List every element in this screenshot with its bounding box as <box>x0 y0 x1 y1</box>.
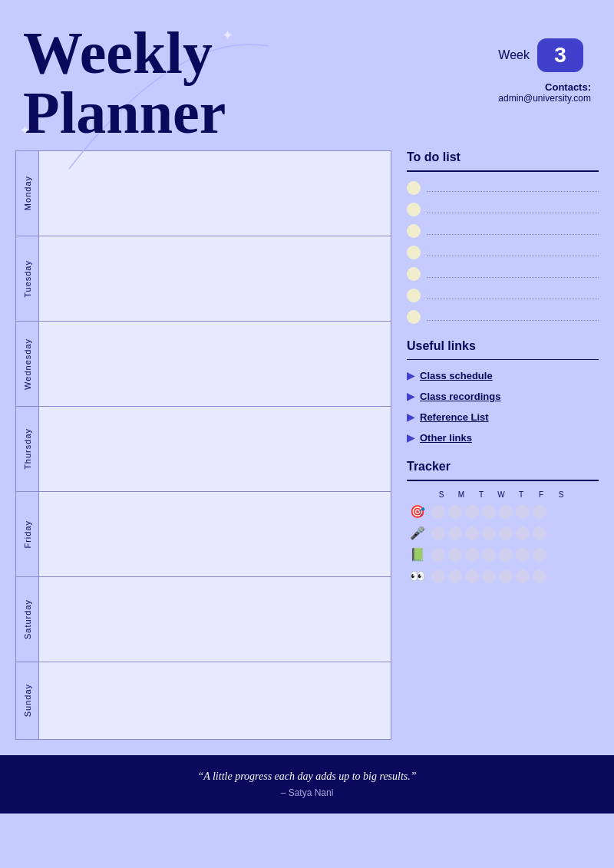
list-item <box>407 289 599 302</box>
footer: “A little progress each day adds up to b… <box>0 755 614 814</box>
todo-circle-7[interactable] <box>407 310 421 324</box>
tracker-day-s2: S <box>553 490 569 499</box>
tracker-dot[interactable] <box>431 505 445 519</box>
todo-line-1[interactable] <box>427 184 599 192</box>
tracker-dot[interactable] <box>516 526 530 540</box>
list-item <box>407 310 599 324</box>
todo-title: To do list <box>407 150 599 164</box>
tracker-dot[interactable] <box>431 548 445 562</box>
tracker-dot[interactable] <box>499 548 513 562</box>
tracker-divider <box>407 480 599 481</box>
tracker-dot[interactable] <box>482 548 496 562</box>
tracker-dot[interactable] <box>533 548 546 562</box>
tracker-day-f: F <box>533 490 550 499</box>
todo-line-3[interactable] <box>427 227 599 235</box>
tracker-day-t2: T <box>513 490 530 499</box>
list-item[interactable]: ▶ Other links <box>407 431 599 444</box>
todo-circle-1[interactable] <box>407 181 421 195</box>
header-right: Week 3 Contacts: admin@university.com <box>498 23 591 104</box>
title-block: Weekly ✦ Planner ✦ <box>23 23 226 143</box>
tracker-dot[interactable] <box>533 505 546 519</box>
tracker-dot[interactable] <box>465 548 479 562</box>
day-content-thursday[interactable] <box>39 407 391 491</box>
tracker-dot[interactable] <box>499 526 513 540</box>
tracker-dot[interactable] <box>499 505 513 519</box>
day-content-tuesday[interactable] <box>39 236 391 321</box>
list-item <box>407 246 599 259</box>
day-text-tuesday: Tuesday <box>23 260 32 298</box>
tracker-dot[interactable] <box>448 505 462 519</box>
day-content-wednesday[interactable] <box>39 322 391 406</box>
todo-line-2[interactable] <box>427 206 599 213</box>
tracker-dot[interactable] <box>516 548 530 562</box>
tracker-row-3: 📗 <box>407 546 599 563</box>
week-number: 3 <box>537 38 583 72</box>
title-line2: Planner ✦ <box>23 83 226 143</box>
tracker-dot[interactable] <box>465 569 479 583</box>
tracker-dot[interactable] <box>533 569 546 583</box>
day-label-saturday: Saturday <box>16 577 39 662</box>
tracker-dot[interactable] <box>448 548 462 562</box>
tracker-dot[interactable] <box>431 526 445 540</box>
tracker-dot[interactable] <box>499 569 513 583</box>
links-divider <box>407 359 599 361</box>
todo-circle-2[interactable] <box>407 203 421 216</box>
tracker-dot[interactable] <box>516 569 530 583</box>
todo-line-4[interactable] <box>427 249 599 256</box>
tracker-dot[interactable] <box>431 569 445 583</box>
contacts-label: Contacts: <box>498 81 591 93</box>
day-label-thursday: Thursday <box>16 407 39 491</box>
day-text-friday: Friday <box>23 520 32 549</box>
day-content-sunday[interactable] <box>39 662 391 739</box>
day-label-friday: Friday <box>16 492 39 576</box>
list-item[interactable]: ▶ Reference List <box>407 411 599 424</box>
tracker-dot[interactable] <box>465 526 479 540</box>
day-content-friday[interactable] <box>39 492 391 576</box>
tracker-day-s1: S <box>433 490 450 499</box>
link-reference-list[interactable]: Reference List <box>420 411 489 423</box>
tracker-row-2: 🎤 <box>407 525 599 542</box>
tracker-dot[interactable] <box>482 569 496 583</box>
todo-circle-3[interactable] <box>407 224 421 238</box>
book-icon: 📗 <box>407 546 428 563</box>
schedule-section: Monday Tuesday Wednesday <box>15 150 391 740</box>
cursor-icon-4: ▶ <box>407 431 415 444</box>
todo-line-7[interactable] <box>427 313 599 321</box>
tracker-dot[interactable] <box>465 505 479 519</box>
cursor-icon-3: ▶ <box>407 411 415 424</box>
tracker-dot[interactable] <box>516 505 530 519</box>
cursor-icon-2: ▶ <box>407 390 415 403</box>
link-class-schedule[interactable]: Class schedule <box>420 370 493 381</box>
link-class-recordings[interactable]: Class recordings <box>420 391 501 402</box>
day-content-monday[interactable] <box>39 151 391 236</box>
title-line1: Weekly ✦ <box>23 23 226 83</box>
day-text-saturday: Saturday <box>23 599 32 639</box>
tracker-dot[interactable] <box>482 526 496 540</box>
table-row: Friday <box>16 492 391 577</box>
microphone-icon: 🎤 <box>407 525 428 542</box>
todo-divider <box>407 170 599 172</box>
tracker-dot[interactable] <box>482 505 496 519</box>
star-decoration-top: ✦ <box>222 27 233 44</box>
schedule-table: Monday Tuesday Wednesday <box>15 150 391 740</box>
day-label-tuesday: Tuesday <box>16 236 39 321</box>
tracker-dot[interactable] <box>533 526 546 540</box>
week-label: Week <box>498 48 530 62</box>
link-other-links[interactable]: Other links <box>420 432 472 444</box>
week-block: Week 3 <box>498 38 591 72</box>
header: Weekly ✦ Planner ✦ Week 3 Contacts: admi… <box>0 0 614 150</box>
tracker-dot[interactable] <box>448 569 462 583</box>
day-content-saturday[interactable] <box>39 577 391 662</box>
table-row: Saturday <box>16 577 391 662</box>
todo-line-6[interactable] <box>427 292 599 299</box>
day-label-sunday: Sunday <box>16 662 39 739</box>
list-item[interactable]: ▶ Class schedule <box>407 369 599 382</box>
links-section: Useful links ▶ Class schedule ▶ Class re… <box>407 339 599 445</box>
todo-circle-6[interactable] <box>407 289 421 302</box>
table-row: Sunday <box>16 662 391 739</box>
todo-circle-5[interactable] <box>407 267 421 281</box>
list-item[interactable]: ▶ Class recordings <box>407 390 599 403</box>
tracker-dot[interactable] <box>448 526 462 540</box>
todo-circle-4[interactable] <box>407 246 421 259</box>
todo-line-5[interactable] <box>427 270 599 278</box>
